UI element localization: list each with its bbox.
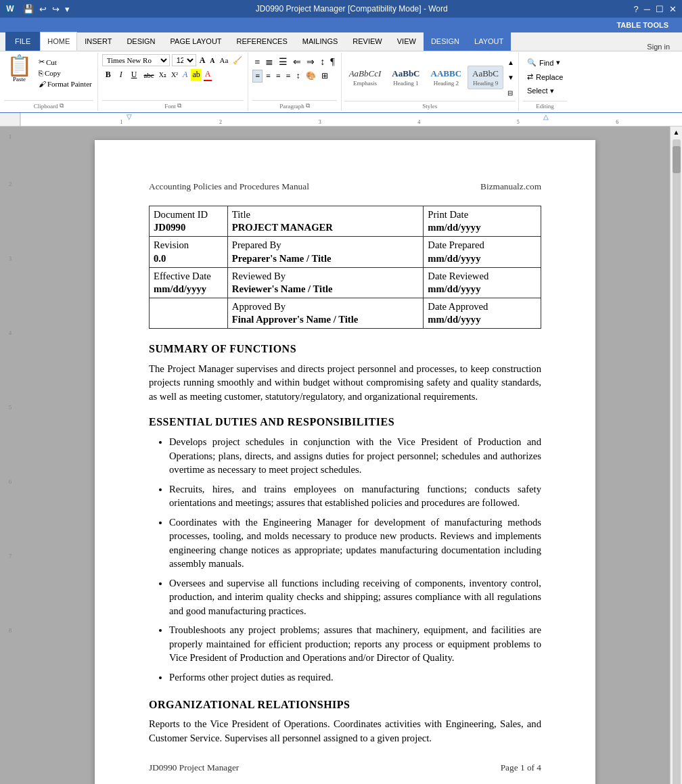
table-cell[interactable] [150,298,228,328]
tab-references[interactable]: REFERENCES [229,32,295,51]
italic-button[interactable]: I [116,68,126,81]
bullets-button[interactable]: ≡ [252,56,262,68]
sign-in-link[interactable]: Sign in [640,43,677,51]
title-bar-text: JD0990 Project Manager [Compatibility Mo… [74,4,630,14]
tab-home[interactable]: HOME [40,32,77,51]
save-icon[interactable]: 💾 [22,3,35,16]
list-item[interactable]: Develops project schedules in conjunctio… [169,435,541,477]
tab-insert[interactable]: INSERT [77,32,119,51]
table-cell[interactable]: Date Prepared mm/dd/yyyy [424,237,541,267]
strikethrough-button[interactable]: abc [142,70,155,80]
table-cell[interactable]: Print Date mm/dd/yyyy [424,206,541,237]
paragraph-group-label: Paragraph ⧉ [252,100,336,110]
style-heading2[interactable]: AABBC Heading 2 [426,66,467,89]
replace-button[interactable]: ⇄ Replace [523,71,567,83]
list-item[interactable]: Performs other project duties as require… [169,670,541,685]
line-spacing-button[interactable]: ↕ [294,70,302,82]
right-indent-marker[interactable]: △ [543,113,549,120]
font-color-button[interactable]: A [204,68,212,81]
highlight-button[interactable]: ab [191,69,201,80]
multilevel-list-button[interactable]: ☰ [277,55,290,68]
superscript-button[interactable]: X² [170,70,179,79]
section-text-org[interactable]: Reports to the Vice President of Operati… [149,717,541,745]
table-cell[interactable]: Effective Date mm/dd/yyyy [150,267,228,298]
style-emphasis[interactable]: AaBbCcI Emphasis [344,66,386,89]
subscript-button[interactable]: X₂ [158,70,168,79]
replace-icon: ⇄ [527,72,533,81]
scroll-up-button[interactable]: ▲ [671,126,682,138]
font-shrink-button[interactable]: A [208,56,216,65]
left-indent-marker[interactable]: ▽ [127,113,132,120]
margin-label-7: 7 [9,553,12,559]
table-cell[interactable]: Revision 0.0 [150,237,228,267]
font-family-select[interactable]: Times New Ro [102,54,170,66]
font-expand-icon[interactable]: ⧉ [177,102,181,110]
tab-file[interactable]: FILE [5,32,40,51]
help-icon[interactable]: ? [633,3,640,16]
tab-view[interactable]: VIEW [390,32,424,51]
borders-button[interactable]: ⊞ [319,70,330,82]
increase-indent-button[interactable]: ⇒ [304,55,317,68]
format-painter-button[interactable]: 🖌 Format Painter [37,79,93,89]
vertical-scrollbar[interactable]: ▲ ▼ [670,126,682,784]
tab-design[interactable]: DESIGN [119,32,162,51]
font-grow-button[interactable]: A [198,55,207,66]
list-item[interactable]: Coordinates with the Engineering Manager… [169,515,541,571]
shading-button[interactable]: 🎨 [304,70,318,82]
minimize-button[interactable]: ─ [643,3,652,16]
table-cell[interactable]: Prepared By Preparer's Name / Title [227,237,424,267]
restore-button[interactable]: ☐ [654,3,665,16]
table-row: Revision 0.0 Prepared By Preparer's Name… [150,237,541,267]
bold-button[interactable]: B [102,68,114,81]
list-item[interactable]: Oversees and supervise all functions inc… [169,576,541,618]
align-left-button[interactable]: ≡ [252,70,263,83]
clear-format-button[interactable]: 🧹 [231,55,244,66]
decrease-indent-button[interactable]: ⇐ [291,55,303,68]
find-button[interactable]: 🔍 Find ▾ [523,57,567,68]
table-cell[interactable]: Title PROJECT MANAGER [227,206,424,237]
sort-button[interactable]: ↕ [318,56,327,68]
numbered-list-button[interactable]: ≣ [263,55,275,68]
paste-button[interactable]: 📋 Paste [4,54,35,84]
change-case-button[interactable]: Aa [219,55,230,65]
styles-scroll-down[interactable]: ▼ [506,72,516,83]
tab-page-layout[interactable]: PAGE LAYOUT [163,32,229,51]
clipboard-expand-icon[interactable]: ⧉ [60,102,64,110]
redo-icon[interactable]: ↪ [51,3,61,16]
tab-table-layout[interactable]: LAYOUT [467,32,511,51]
copy-button[interactable]: ⎘ Copy [37,68,93,78]
show-formatting-button[interactable]: ¶ [328,56,336,68]
tab-table-design[interactable]: DESIGN [424,32,467,51]
font-size-select[interactable]: 12 [172,54,196,66]
select-button[interactable]: Select ▾ [523,85,567,97]
document-area: 1 2 3 4 5 6 7 8 Accounting Policies and … [0,126,682,784]
align-center-button[interactable]: ≡ [264,70,273,82]
underline-button[interactable]: U [128,68,141,81]
table-cell[interactable]: Approved By Final Approver's Name / Titl… [227,298,424,328]
style-heading9[interactable]: AaBbC Heading 9 [468,66,503,89]
tab-review[interactable]: REVIEW [345,32,389,51]
table-cell[interactable]: Date Reviewed mm/dd/yyyy [424,267,541,298]
list-item[interactable]: Troubleshoots any project problems; assu… [169,623,541,665]
list-item[interactable]: Recruits, hires, and trains employees on… [169,482,541,510]
tab-mailings[interactable]: MAILINGS [295,32,346,51]
undo-icon[interactable]: ↩ [38,3,48,16]
close-button[interactable]: ✕ [668,3,678,16]
paragraph-expand-icon[interactable]: ⧉ [306,102,310,110]
text-effects-button[interactable]: A [181,69,189,80]
table-cell[interactable]: Date Approved mm/dd/yyyy [424,298,541,328]
table-cell[interactable]: Document ID JD0990 [150,206,228,237]
styles-scroll-up[interactable]: ▲ [506,57,516,68]
align-right-button[interactable]: ≡ [274,70,283,82]
styles-expand[interactable]: ⊟ [506,88,516,98]
scroll-thumb[interactable] [673,146,681,173]
justify-button[interactable]: ≡ [284,70,293,82]
editing-group: 🔍 Find ▾ ⇄ Replace Select ▾ Editing [519,53,571,111]
scroll-track[interactable] [673,139,681,784]
style-heading1[interactable]: AaBbC Heading 1 [387,66,424,89]
customize-icon[interactable]: ▾ [64,3,71,16]
cut-button[interactable]: ✂ Cut [37,57,93,67]
scissors-icon: ✂ [39,57,45,66]
section-text-summary[interactable]: The Project Manager supervises and direc… [149,362,541,404]
table-cell[interactable]: Reviewed By Reviewer's Name / Title [227,267,424,298]
